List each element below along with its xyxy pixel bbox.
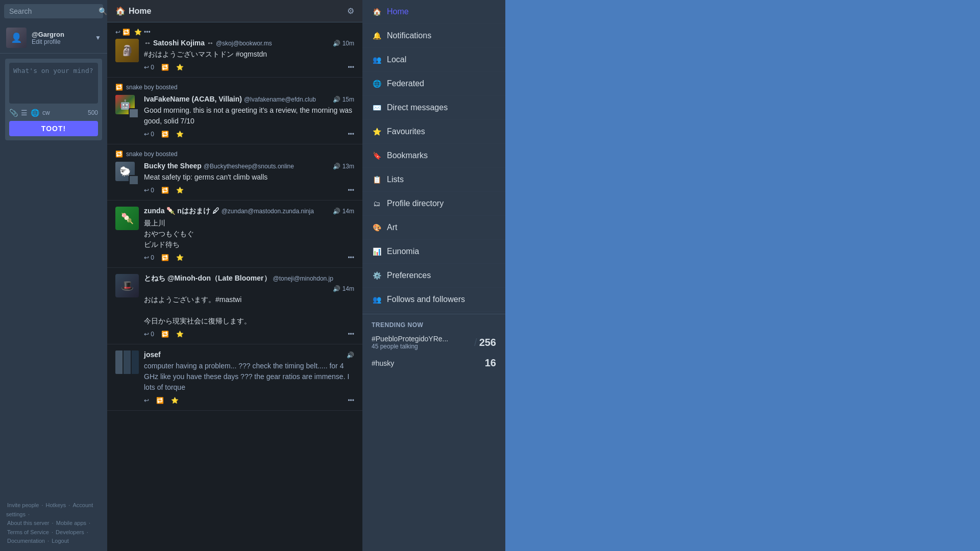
more-action[interactable]: •••: [348, 397, 354, 404]
attach-icon[interactable]: 📎: [9, 109, 18, 117]
more-action[interactable]: •••: [348, 131, 354, 138]
post-time: 🔊 15m: [333, 96, 354, 103]
reply-action[interactable]: ↩ 0: [144, 331, 154, 338]
toot-button[interactable]: TOOT!: [9, 121, 98, 136]
reply-icon[interactable]: ↩: [115, 29, 120, 36]
av-part1: [115, 350, 122, 374]
reply-action[interactable]: ↩ 0: [144, 131, 154, 138]
fav-icon[interactable]: ⭐: [134, 29, 142, 36]
nav-art[interactable]: Art: [362, 216, 505, 240]
compose-textarea[interactable]: [9, 63, 98, 104]
post-body: Good morning. this is not a greeting it'…: [144, 105, 354, 127]
post-meta: josef 🔊: [144, 350, 354, 359]
footer-about[interactable]: About this server: [7, 520, 50, 526]
boost-action[interactable]: 🔁: [161, 331, 169, 338]
footer-developers[interactable]: Developers: [56, 529, 84, 535]
profile-section[interactable]: 👤 @Gargron Edit profile ▼: [0, 22, 107, 54]
fav-action[interactable]: ⭐: [176, 187, 184, 194]
profile-info: @Gargron Edit profile: [32, 31, 95, 45]
art-icon: [372, 223, 382, 232]
reply-action[interactable]: ↩ 0: [144, 254, 154, 261]
reply-action[interactable]: ↩: [144, 397, 149, 404]
nav-follows-followers[interactable]: Follows and followers: [362, 288, 505, 312]
footer-logout[interactable]: Logout: [52, 538, 69, 544]
post-handle: @Buckythesheep@snouts.online: [204, 163, 294, 170]
post-avatar: 🎩: [115, 274, 139, 297]
nav-bookmarks[interactable]: Bookmarks: [362, 144, 505, 168]
post-meta: Bucky the Sheep @Buckythesheep@snouts.on…: [144, 162, 354, 170]
feed-header: 🏠 Home ⚙: [107, 0, 362, 22]
fav-action[interactable]: ⭐: [171, 397, 179, 404]
feed-scroll[interactable]: ↩ 🔁 ⭐ ••• 🗿 ↔ Satoshi Kojima ↔ @skoj@boo…: [107, 22, 362, 551]
cw-button[interactable]: cw: [42, 109, 50, 116]
bell-icon: [372, 31, 382, 40]
trending-left: #PuebloProtegidoYRe... 45 people talking: [372, 335, 472, 350]
more-action[interactable]: •••: [348, 187, 354, 194]
post-0: ↩ 🔁 ⭐ ••• 🗿 ↔ Satoshi Kojima ↔ @skoj@boo…: [107, 22, 362, 78]
nav-preferences[interactable]: Preferences: [362, 264, 505, 288]
left-sidebar: 🔍 👤 @Gargron Edit profile ▼ 📎 ☰ 🌐 cw 500…: [0, 0, 107, 551]
post-2: 🔁 snake boy boosted 🐑 Bucky the Sheep @B…: [107, 144, 362, 201]
post-actions: ↩ 0 🔁 ⭐ •••: [144, 187, 354, 194]
post-meta: IvaFakeName (ACAB, Villain) @lvafakename…: [144, 95, 354, 103]
search-bar[interactable]: 🔍: [4, 4, 103, 18]
trending-item-0[interactable]: #PuebloProtegidoYRe... 45 people talking…: [372, 335, 496, 350]
more-action[interactable]: •••: [348, 254, 354, 261]
nav-direct-messages[interactable]: Direct messages: [362, 96, 505, 120]
list-icon: [372, 175, 382, 184]
boost-action[interactable]: 🔁: [161, 64, 169, 71]
footer-invite[interactable]: Invite people: [7, 502, 39, 508]
more-action[interactable]: •••: [348, 331, 354, 338]
footer-mobile[interactable]: Mobile apps: [56, 520, 86, 526]
nav-lists[interactable]: Lists: [362, 168, 505, 192]
fav-action[interactable]: ⭐: [176, 331, 184, 338]
nav-local[interactable]: Local: [362, 48, 505, 72]
footer-hotkeys[interactable]: Hotkeys: [46, 502, 66, 508]
fav-action[interactable]: ⭐: [176, 64, 184, 71]
post-time: 🔊 10m: [333, 40, 354, 47]
post-actions: ↩ 🔁 ⭐ •••: [144, 397, 354, 404]
post-avatar: [115, 350, 139, 374]
boosted-by: snake boy boosted: [126, 84, 178, 91]
gear-icon: [372, 271, 382, 280]
trending-left: #husky: [372, 359, 485, 367]
nav-home[interactable]: Home: [362, 0, 505, 24]
nav-lists-label: Lists: [387, 175, 404, 184]
more-icon[interactable]: •••: [144, 29, 151, 36]
boost-action[interactable]: 🔁: [161, 187, 169, 194]
post-author: josef: [144, 350, 161, 359]
reply-action[interactable]: ↩ 0: [144, 64, 154, 71]
more-action[interactable]: •••: [348, 64, 354, 71]
list-icon[interactable]: ☰: [21, 109, 28, 117]
left-footer: Invite people · Hotkeys · Account settin…: [0, 496, 107, 551]
nav-follows-label: Follows and followers: [387, 295, 465, 304]
reply-action[interactable]: ↩ 0: [144, 187, 154, 194]
boost-icon[interactable]: 🔁: [122, 29, 130, 36]
star-icon: [372, 127, 382, 136]
post-time: 🔊: [347, 352, 354, 359]
nav-favourites[interactable]: Favourites: [362, 120, 505, 144]
nav-notifications[interactable]: Notifications: [362, 24, 505, 48]
post-header: 🎩 とねち @Minoh-don（Late Bloomer） @toneji@m…: [115, 274, 354, 338]
footer-terms[interactable]: Terms of Service: [7, 529, 49, 535]
post-actions: ↩ 0 🔁 ⭐ •••: [144, 131, 354, 138]
nav-art-label: Art: [387, 223, 397, 232]
fav-action[interactable]: ⭐: [176, 254, 184, 261]
post-3: 🍡 zunda 🍡 nはおまけ 🖊 @zundan@mastodon.zunda…: [107, 201, 362, 268]
nav-profile-directory[interactable]: Profile directory: [362, 192, 505, 216]
boost-action[interactable]: 🔁: [161, 254, 169, 261]
trending-item-1[interactable]: #husky 16: [372, 357, 496, 369]
nav-home-label: Home: [387, 7, 409, 16]
globe-icon[interactable]: 🌐: [31, 109, 39, 117]
post-handle: @toneji@minohdon.jp: [273, 275, 333, 282]
boost-line: 🔁 snake boy boosted: [115, 151, 354, 158]
trending-slash: /: [474, 337, 477, 348]
boost-action[interactable]: 🔁: [161, 131, 169, 138]
footer-docs[interactable]: Documentation: [7, 538, 45, 544]
feed-settings-icon[interactable]: ⚙: [347, 6, 354, 16]
boost-action[interactable]: 🔁: [156, 397, 164, 404]
nav-federated[interactable]: Federated: [362, 72, 505, 96]
search-input[interactable]: [9, 7, 99, 15]
fav-action[interactable]: ⭐: [176, 131, 184, 138]
nav-eunomia[interactable]: Eunomia: [362, 240, 505, 264]
